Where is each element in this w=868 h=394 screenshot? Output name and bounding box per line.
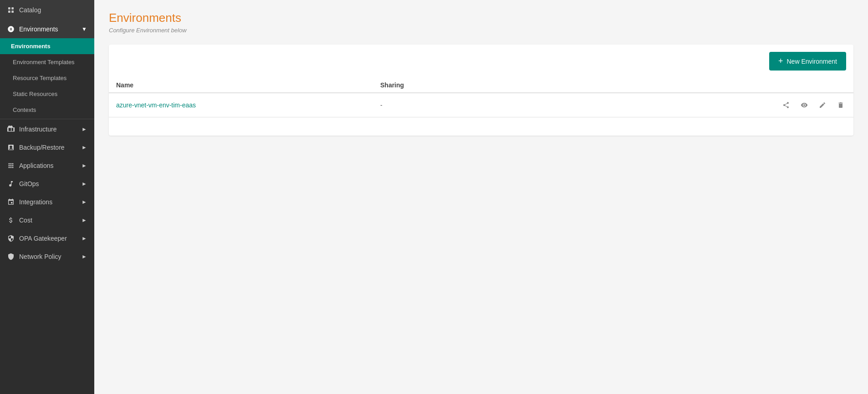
chevron-down-icon: ▼ [82,26,87,32]
column-name-header: Name [116,81,380,89]
sidebar-item-network-policy[interactable]: Network Policy ► [0,248,94,266]
sidebar-environments-group[interactable]: Environments ▼ [0,20,94,38]
delete-icon[interactable] [835,100,846,111]
gitops-chevron: ► [82,181,87,187]
card-toolbar: + New Environment [109,52,853,78]
static-resources-label: Static Resources [13,91,57,97]
catalog-label: Catalog [19,6,41,14]
opa-icon [7,235,15,242]
svg-rect-2 [8,10,10,13]
sidebar-item-opa-gatekeeper[interactable]: OPA Gatekeeper ► [0,229,94,248]
new-environment-button[interactable]: + New Environment [769,52,846,71]
edit-icon[interactable] [817,100,828,111]
integrations-icon [7,198,15,206]
svg-rect-0 [8,7,10,10]
sidebar-item-integrations[interactable]: Integrations ► [0,193,94,211]
sidebar-item-environment-templates[interactable]: Environment Templates [0,54,94,70]
infrastructure-icon [7,126,15,133]
sidebar-item-resource-templates[interactable]: Resource Templates [0,70,94,86]
sidebar-item-static-resources[interactable]: Static Resources [0,86,94,102]
environments-sub-label: Environments [11,43,51,50]
column-sharing-header: Sharing [380,81,846,89]
environments-card: + New Environment Name Sharing azure-vne… [109,45,853,136]
table-header: Name Sharing [109,78,853,93]
sidebar-item-gitops[interactable]: GitOps ► [0,175,94,193]
new-environment-label: New Environment [787,58,837,65]
network-icon [7,253,15,260]
row-actions [781,100,846,111]
row-name-cell: azure-vnet-vm-env-tim-eaas [116,101,380,109]
integrations-chevron: ► [82,199,87,205]
main-body: + New Environment Name Sharing azure-vne… [94,37,868,394]
environment-link[interactable]: azure-vnet-vm-env-tim-eaas [116,101,196,109]
env-templates-label: Environment Templates [13,59,75,66]
integrations-label: Integrations [19,198,52,206]
row-sharing-cell: - [380,101,781,109]
cost-icon [7,217,15,224]
opa-label: OPA Gatekeeper [19,235,67,242]
applications-label: Applications [19,162,54,169]
backup-label: Backup/Restore [19,144,65,151]
gitops-icon [7,180,15,187]
sidebar-item-cost[interactable]: Cost ► [0,211,94,229]
sidebar-item-catalog[interactable]: Catalog [0,0,94,20]
opa-chevron: ► [82,235,87,242]
environments-group-label: Environments [19,25,58,33]
svg-rect-3 [11,10,14,13]
plus-icon: + [778,56,783,66]
infrastructure-chevron: ► [82,126,87,132]
sidebar-item-environments[interactable]: Environments [0,38,94,54]
page-title: Environments [109,11,853,25]
contexts-label: Contexts [13,106,36,113]
backup-icon [7,144,15,151]
sidebar-divider-1 [0,119,94,119]
infrastructure-label: Infrastructure [19,126,56,133]
sidebar-item-applications[interactable]: Applications ► [0,157,94,175]
svg-rect-1 [11,7,14,10]
environments-icon [7,25,15,33]
view-icon[interactable] [799,100,810,111]
catalog-icon [7,6,15,14]
table-row: azure-vnet-vm-env-tim-eaas - [109,93,853,117]
backup-chevron: ► [82,144,87,151]
network-policy-label: Network Policy [19,253,61,260]
main-content: Environments Configure Environment below… [94,0,868,394]
resource-templates-label: Resource Templates [13,75,66,81]
sidebar-item-infrastructure[interactable]: Infrastructure ► [0,120,94,138]
sidebar-item-backup-restore[interactable]: Backup/Restore ► [0,138,94,157]
page-header: Environments Configure Environment below [94,0,868,37]
network-policy-chevron: ► [82,253,87,260]
sidebar: Catalog Environments ▼ Environments Envi… [0,0,94,394]
cost-chevron: ► [82,217,87,223]
applications-icon [7,162,15,169]
applications-chevron: ► [82,162,87,169]
gitops-label: GitOps [19,180,39,187]
page-subtitle: Configure Environment below [109,27,853,34]
share-icon[interactable] [781,100,791,111]
sidebar-item-contexts[interactable]: Contexts [0,102,94,118]
cost-label: Cost [19,217,32,224]
